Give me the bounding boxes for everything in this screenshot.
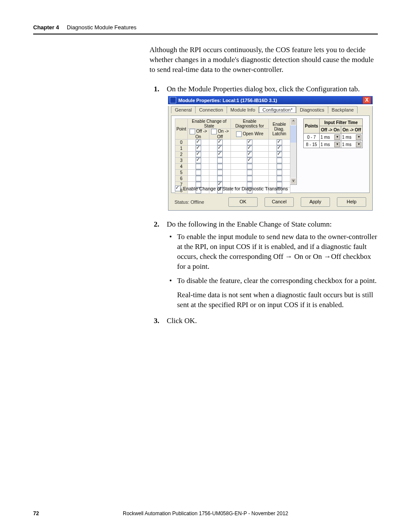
chevron-down-icon: ▾ bbox=[356, 142, 361, 147]
step-2-subpara: Real-time data is not sent when a diagno… bbox=[177, 290, 378, 310]
point-cell: 6 bbox=[175, 176, 188, 182]
table-row: 2 bbox=[175, 152, 290, 158]
chevron-down-icon: ▾ bbox=[334, 134, 340, 140]
close-icon[interactable]: X bbox=[363, 96, 371, 104]
off-on-checkbox[interactable] bbox=[196, 170, 201, 175]
input-filter-panel: Points Input Filter Time Off -> On On ->… bbox=[303, 118, 363, 148]
on-off-checkbox[interactable] bbox=[217, 152, 223, 157]
body-text: Although the RPI occurs continuously, th… bbox=[149, 45, 378, 100]
filter-on-off-hdr: On -> Off bbox=[341, 126, 363, 134]
tab-strip: General Connection Module Info Configura… bbox=[171, 106, 372, 113]
filter-off-on-select[interactable]: 1 ms▾ bbox=[320, 142, 340, 147]
filter-title: Input Filter Time bbox=[320, 119, 363, 126]
scroll-up-icon[interactable]: ^ bbox=[290, 119, 296, 125]
open-wire-checkbox[interactable] bbox=[247, 164, 252, 169]
grid-scrollbar[interactable]: ^ v bbox=[290, 118, 297, 185]
off-on-checkbox[interactable] bbox=[196, 158, 201, 163]
filter-points-hdr: Points bbox=[304, 119, 320, 134]
open-wire-checkbox[interactable] bbox=[247, 158, 252, 163]
intro-paragraph: Although the RPI occurs continuously, th… bbox=[149, 45, 378, 75]
col-group-diag: Enable Diagnostics for bbox=[231, 119, 268, 129]
filter-row: 0 - 71 ms▾1 ms▾ bbox=[304, 134, 363, 141]
filter-row: 8 - 151 ms▾1 ms▾ bbox=[304, 141, 363, 148]
on-off-checkbox[interactable] bbox=[217, 170, 223, 175]
on-off-checkbox[interactable] bbox=[217, 164, 223, 169]
filter-on-off-select[interactable]: 1 ms▾ bbox=[342, 134, 362, 140]
page-header: Chapter 4 Diagnostic Module Features bbox=[33, 23, 378, 34]
point-cell: 0 bbox=[175, 140, 188, 146]
table-row: 0 bbox=[175, 140, 290, 146]
chevron-down-icon: ▾ bbox=[356, 134, 361, 140]
scroll-down-icon[interactable]: v bbox=[290, 178, 296, 184]
scroll-thumb[interactable] bbox=[290, 125, 296, 143]
open-wire-checkbox[interactable] bbox=[247, 176, 252, 181]
table-row: 3 bbox=[175, 158, 290, 164]
point-cell: 5 bbox=[175, 170, 188, 176]
step-3: 3. Click OK. bbox=[149, 316, 378, 326]
app-icon bbox=[170, 97, 176, 103]
step-2-bullet-2: To disable the feature, clear the corres… bbox=[167, 276, 378, 310]
table-row: 6 bbox=[175, 176, 290, 182]
chevron-down-icon: ▾ bbox=[334, 142, 340, 147]
step-1: 1. On the Module Properties dialog box, … bbox=[149, 84, 378, 94]
help-button[interactable]: Help bbox=[337, 197, 366, 207]
point-cell: 2 bbox=[175, 152, 188, 158]
diag-latch-checkbox[interactable] bbox=[277, 170, 282, 175]
on-off-checkbox[interactable] bbox=[217, 158, 223, 163]
dialog-titlebar: Module Properties: Local:1 (1756-IB16D 3… bbox=[168, 96, 373, 104]
hdr-open-wire-checkbox[interactable] bbox=[236, 131, 242, 137]
col-group-cos: Enable Change of State bbox=[187, 119, 231, 129]
point-cell: 3 bbox=[175, 158, 188, 164]
tab-general[interactable]: General bbox=[171, 106, 196, 113]
tab-connection[interactable]: Connection bbox=[195, 106, 227, 113]
open-wire-checkbox[interactable] bbox=[247, 170, 252, 175]
col-point: Point bbox=[175, 119, 188, 140]
step-2-bullet-1: To enable the input module to send new d… bbox=[167, 232, 378, 272]
publication-info: Rockwell Automation Publication 1756-UM0… bbox=[33, 510, 378, 516]
ok-button[interactable]: OK bbox=[228, 197, 258, 207]
tab-module-info[interactable]: Module Info bbox=[227, 106, 259, 113]
hdr-off-on-checkbox[interactable] bbox=[190, 129, 195, 134]
step-2: 2. Do the following in the Enable Change… bbox=[149, 220, 378, 310]
apply-button[interactable]: Apply bbox=[301, 197, 330, 207]
filter-off-on-select[interactable]: 1 ms▾ bbox=[320, 134, 340, 140]
status-label: Status: Offline bbox=[174, 199, 204, 205]
tab-backplane[interactable]: Backplane bbox=[328, 106, 358, 113]
filter-off-on-hdr: Off -> On bbox=[320, 126, 341, 134]
table-row: 4 bbox=[175, 164, 290, 170]
points-grid: Point Enable Change of State Enable Diag… bbox=[175, 118, 290, 194]
cos-transitions-checkbox[interactable] bbox=[175, 186, 181, 191]
cos-transitions-row: Enable Change of State for Diagnostic Tr… bbox=[175, 186, 288, 191]
body-text-2: 2. Do the following in the Enable Change… bbox=[149, 220, 378, 332]
cancel-button[interactable]: Cancel bbox=[265, 197, 294, 207]
hdr-on-off-checkbox[interactable] bbox=[211, 129, 217, 134]
diag-latch-checkbox[interactable] bbox=[277, 152, 282, 157]
off-on-checkbox[interactable] bbox=[196, 176, 201, 181]
chapter-label: Chapter 4 bbox=[33, 24, 59, 31]
off-on-checkbox[interactable] bbox=[196, 164, 201, 169]
cos-transitions-label: Enable Change of State for Diagnostic Tr… bbox=[183, 186, 288, 191]
table-row: 5 bbox=[175, 170, 290, 176]
chapter-title: Diagnostic Module Features bbox=[67, 24, 137, 31]
dialog-title: Module Properties: Local:1 (1756-IB16D 3… bbox=[178, 98, 363, 103]
filter-range: 0 - 7 bbox=[304, 134, 320, 141]
point-cell: 1 bbox=[175, 146, 188, 152]
table-row: 1 bbox=[175, 146, 290, 152]
module-properties-dialog: Module Properties: Local:1 (1756-IB16D 3… bbox=[168, 96, 373, 209]
tab-diagnostics[interactable]: Diagnostics bbox=[296, 106, 328, 113]
tab-configuration[interactable]: Configuration* bbox=[258, 106, 296, 113]
diag-latch-checkbox[interactable] bbox=[277, 158, 282, 163]
filter-range: 8 - 15 bbox=[304, 141, 320, 148]
page-footer: 72 Rockwell Automation Publication 1756-… bbox=[33, 510, 378, 516]
diag-latch-checkbox[interactable] bbox=[277, 164, 282, 169]
col-enable-diag-latch: Enable Diag. Latchin bbox=[268, 119, 290, 140]
filter-on-off-select[interactable]: 1 ms▾ bbox=[342, 142, 362, 147]
point-cell: 4 bbox=[175, 164, 188, 170]
diag-latch-checkbox[interactable] bbox=[277, 176, 282, 181]
